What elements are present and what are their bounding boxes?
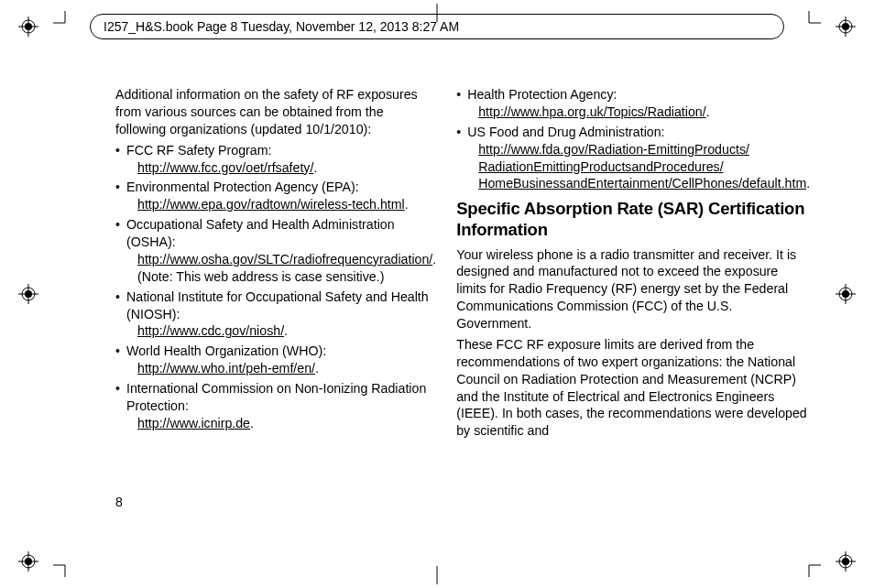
item-tail: . xyxy=(315,361,319,376)
list-item: World Health Organization (WHO): http://… xyxy=(115,343,436,377)
item-url[interactable]: http://www.who.int/peh-emf/en/ xyxy=(137,361,315,376)
item-url[interactable]: http://www.hpa.org.uk/Topics/Radiation/ xyxy=(478,104,705,119)
item-label: National Institute for Occupational Safe… xyxy=(126,289,429,321)
crop-mark xyxy=(797,553,821,577)
registration-mark-icon xyxy=(18,16,38,37)
item-label: Occupational Safety and Health Administr… xyxy=(126,217,395,249)
item-tail: . xyxy=(284,323,288,338)
item-url-line[interactable]: RadiationEmittingProductsandProcedures/ xyxy=(478,159,723,174)
list-item: FCC RF Safety Program: http://www.fcc.go… xyxy=(115,142,436,177)
column-right: Health Protection Agency: http://www.hpa… xyxy=(456,86,810,489)
item-label: FCC RF Safety Program: xyxy=(126,143,271,158)
item-tail: . xyxy=(706,104,710,119)
section-heading: Specific Absorption Rate (SAR) Certifica… xyxy=(456,198,810,240)
item-tail: . xyxy=(313,160,317,175)
crop-mark xyxy=(797,11,821,35)
item-label: US Food and Drug Administration: xyxy=(467,125,664,139)
item-tail: . xyxy=(250,416,254,430)
crop-mark xyxy=(53,11,77,35)
registration-mark-icon xyxy=(836,551,856,572)
registration-mark-icon xyxy=(836,16,856,37)
item-url[interactable]: http://www.cdc.gov/niosh/ xyxy=(137,323,284,338)
item-label: World Health Organization (WHO): xyxy=(126,343,326,358)
item-url[interactable]: http://www.osha.gov/SLTC/radiofrequencyr… xyxy=(137,252,432,267)
crop-mark xyxy=(425,566,449,584)
list-item: National Institute for Occupational Safe… xyxy=(115,289,436,341)
list-item: US Food and Drug Administration: http://… xyxy=(456,124,810,193)
link-list-left: FCC RF Safety Program: http://www.fcc.go… xyxy=(115,142,436,432)
item-url-line[interactable]: http://www.fda.gov/Radiation-EmittingPro… xyxy=(478,142,749,157)
intro-paragraph: Additional information on the safety of … xyxy=(115,86,436,138)
document-header: I257_H&S.book Page 8 Tuesday, November 1… xyxy=(90,14,784,39)
item-label: Health Protection Agency: xyxy=(467,87,617,102)
list-item: Health Protection Agency: http://www.hpa… xyxy=(456,86,810,121)
page-number: 8 xyxy=(115,495,123,509)
list-item: International Commission on Non-Ionizing… xyxy=(115,380,436,432)
list-item: Environmental Protection Agency (EPA): h… xyxy=(115,179,436,213)
item-label: International Commission on Non-Ionizing… xyxy=(126,381,426,413)
registration-mark-icon xyxy=(836,284,856,304)
column-left: Additional information on the safety of … xyxy=(115,86,436,489)
page-content: Additional information on the safety of … xyxy=(115,86,768,489)
list-item: Occupational Safety and Health Administr… xyxy=(115,216,436,286)
registration-mark-icon xyxy=(18,551,38,572)
link-list-right: Health Protection Agency: http://www.hpa… xyxy=(456,86,810,192)
item-url[interactable]: http://www.icnirp.de xyxy=(137,416,250,430)
registration-mark-icon xyxy=(18,284,38,304)
item-url[interactable]: http://www.epa.gov/radtown/wireless-tech… xyxy=(137,197,405,212)
item-tail: . xyxy=(405,197,409,212)
item-tail: . xyxy=(806,176,810,191)
crop-mark xyxy=(53,553,77,577)
document-header-text: I257_H&S.book Page 8 Tuesday, November 1… xyxy=(104,19,459,34)
item-url-line[interactable]: HomeBusinessandEntertainment/CellPhones/… xyxy=(478,176,806,191)
body-paragraph: These FCC RF exposure limits are derived… xyxy=(456,336,810,440)
item-url[interactable]: http://www.fcc.gov/oet/rfsafety/ xyxy=(137,160,313,175)
item-label: Environmental Protection Agency (EPA): xyxy=(126,180,359,194)
body-paragraph: Your wireless phone is a radio transmitt… xyxy=(456,246,810,332)
